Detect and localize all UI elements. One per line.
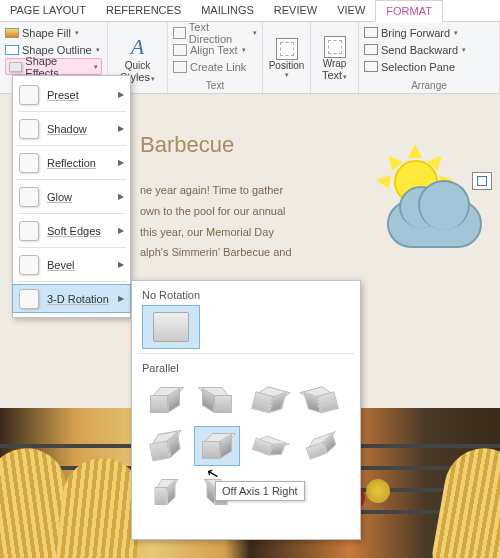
effects-shadow[interactable]: Shadow▶ <box>13 114 130 143</box>
rotation-preset[interactable] <box>246 380 292 420</box>
position-button[interactable]: Position ▾ <box>263 22 311 93</box>
tab-format[interactable]: FORMAT <box>375 0 443 22</box>
tab-review[interactable]: REVIEW <box>264 0 327 21</box>
shadow-icon <box>19 119 39 139</box>
outline-icon <box>5 45 19 55</box>
rotation-preset[interactable] <box>298 380 344 420</box>
selection-pane-button[interactable]: Selection Pane <box>364 58 494 75</box>
bring-forward-button[interactable]: Bring Forward▾ <box>364 24 494 41</box>
rotation-preset[interactable] <box>142 426 188 466</box>
tab-view[interactable]: VIEW <box>327 0 375 21</box>
bevel-icon <box>19 255 39 275</box>
shape-fill-button[interactable]: Shape Fill▾ <box>5 24 102 41</box>
text-direction-button[interactable]: Text Direction▾ <box>173 24 257 41</box>
text-direction-icon <box>173 27 186 39</box>
align-text-icon <box>173 44 187 56</box>
preset-no-rotation[interactable] <box>142 305 200 349</box>
link-icon <box>173 61 187 73</box>
tab-mailings[interactable]: MAILINGS <box>191 0 264 21</box>
group-text: Text Direction▾ Align Text▾ Create Link … <box>168 22 263 93</box>
wordart-a-icon: A <box>120 34 155 60</box>
rotation-preset[interactable] <box>142 380 188 420</box>
tab-page-layout[interactable]: PAGE LAYOUT <box>0 0 96 21</box>
wrap-text-button[interactable]: Wrap Text▾ <box>311 22 359 93</box>
wrap-text-icon <box>324 36 346 58</box>
position-icon <box>276 38 298 60</box>
effects-icon <box>9 62 22 72</box>
submenu-header-no-rotation: No Rotation <box>138 287 354 305</box>
send-backward-icon <box>364 44 378 55</box>
cloud-clipart[interactable] <box>387 200 482 248</box>
layout-options-handle[interactable] <box>472 172 492 190</box>
shape-effects-menu: Preset▶ Shadow▶ Reflection▶ Glow▶ Soft E… <box>12 75 131 318</box>
group-arrange: Bring Forward▾ Send Backward▾ Selection … <box>359 22 500 93</box>
effects-reflection[interactable]: Reflection▶ <box>13 148 130 177</box>
effects-bevel[interactable]: Bevel▶ <box>13 250 130 279</box>
rotation-preset-off-axis-1-right[interactable] <box>194 426 240 466</box>
soft-edges-icon <box>19 221 39 241</box>
send-backward-button[interactable]: Send Backward▾ <box>364 41 494 58</box>
fill-icon <box>5 28 19 38</box>
effects-soft-edges[interactable]: Soft Edges▶ <box>13 216 130 245</box>
group-label-text: Text <box>173 80 257 93</box>
effects-preset[interactable]: Preset▶ <box>13 80 130 109</box>
group-label-arrange: Arrange <box>364 80 494 93</box>
effects-glow[interactable]: Glow▶ <box>13 182 130 211</box>
chevron-down-icon: ▾ <box>94 63 98 71</box>
shape-effects-button[interactable]: Shape Effects▾ <box>5 58 102 75</box>
submenu-header-parallel: Parallel <box>138 360 354 378</box>
rotation-preset[interactable] <box>246 426 292 466</box>
bring-forward-icon <box>364 27 378 38</box>
rotation-3d-submenu: No Rotation Parallel <box>131 280 361 540</box>
glow-icon <box>19 187 39 207</box>
ribbon-tabs: PAGE LAYOUT REFERENCES MAILINGS REVIEW V… <box>0 0 500 22</box>
tab-references[interactable]: REFERENCES <box>96 0 191 21</box>
rotation-preset[interactable] <box>298 426 344 466</box>
create-link-button[interactable]: Create Link <box>173 58 257 75</box>
reflection-icon <box>19 153 39 173</box>
chevron-down-icon: ▾ <box>96 46 100 54</box>
rotation-preset[interactable] <box>194 380 240 420</box>
effects-3d-rotation[interactable]: 3-D Rotation▶ <box>12 284 131 313</box>
rotation-preset[interactable] <box>142 472 188 512</box>
chevron-down-icon: ▾ <box>75 29 79 37</box>
tooltip: Off Axis 1 Right <box>215 481 305 501</box>
preset-icon <box>19 85 39 105</box>
rotation-3d-icon <box>19 289 39 309</box>
selection-pane-icon <box>364 61 378 72</box>
